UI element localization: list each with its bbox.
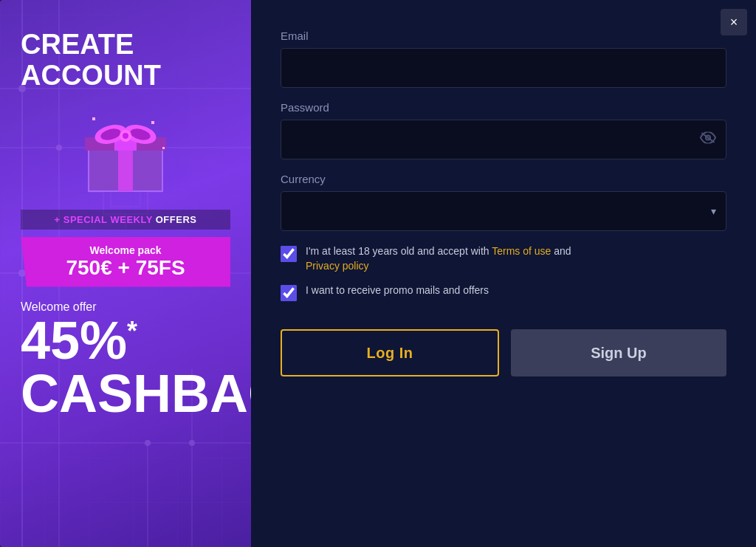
close-button[interactable]: × [721,9,747,35]
privacy-link[interactable]: Privacy policy [306,260,369,272]
promo-checkbox-group: I want to receive promo mails and offers [281,283,726,301]
terms-checkbox-group: I'm at least 18 years old and accept wit… [281,244,726,273]
svg-rect-31 [92,117,95,120]
email-input[interactable] [281,48,726,88]
svg-point-11 [145,440,151,446]
left-panel: CREATE ACCOUNT [0,0,251,547]
terms-checkbox[interactable] [281,246,297,262]
signup-button[interactable]: Sign Up [511,329,726,376]
currency-select-wrapper: EUR - Euro USD - US Dollar GBP - British… [281,191,726,231]
svg-point-12 [189,440,195,446]
gift-icon-area [21,106,230,195]
currency-label: Currency [281,173,726,185]
welcome-pack-value: 750€ + 75FS [32,256,219,280]
right-panel: × Email Password [251,0,756,547]
cashback-value: 45%* CASHBACK [21,314,251,420]
welcome-pack-box: Welcome pack 750€ + 75FS [21,237,230,287]
currency-select[interactable]: EUR - Euro USD - US Dollar GBP - British… [281,191,726,231]
terms-checkbox-label: I'm at least 18 years old and accept wit… [306,244,571,273]
create-account-title: CREATE ACCOUNT [21,30,161,92]
gift-icon [78,106,173,195]
special-offer-badge: + SPECIAL WEEKLY OFFERS [21,210,230,230]
password-wrapper [281,120,726,159]
terms-link[interactable]: Terms of use [492,245,551,257]
login-button[interactable]: Log In [281,329,499,376]
password-label: Password [281,101,726,114]
modal-container: CREATE ACCOUNT [0,0,756,547]
svg-line-34 [702,134,714,142]
svg-rect-32 [162,147,165,149]
buttons-row: Log In Sign Up [281,329,726,376]
svg-rect-30 [151,121,154,124]
svg-point-29 [123,133,128,139]
email-group: Email [281,30,726,88]
welcome-pack-label: Welcome pack [32,244,219,256]
password-toggle-icon[interactable] [700,132,716,148]
password-group: Password [281,101,726,159]
password-input[interactable] [281,120,726,159]
svg-rect-21 [118,147,133,191]
email-label: Email [281,30,726,42]
currency-group: Currency EUR - Euro USD - US Dollar GBP … [281,173,726,231]
promo-checkbox-label: I want to receive promo mails and offers [306,283,489,298]
promo-checkbox[interactable] [281,285,297,301]
